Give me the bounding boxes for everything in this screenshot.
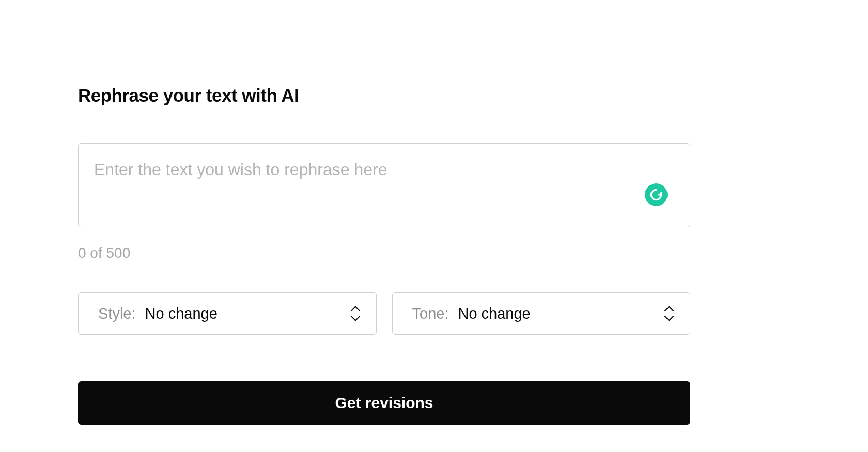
selects-row: Style: No change Tone: No change xyxy=(78,292,690,335)
get-revisions-button[interactable]: Get revisions xyxy=(78,381,690,425)
grammarly-icon[interactable] xyxy=(645,183,668,206)
tone-select[interactable]: Tone: No change xyxy=(392,292,691,335)
tone-select-label: Tone: xyxy=(412,305,449,322)
style-select-label: Style: xyxy=(98,305,136,322)
textarea-wrapper xyxy=(78,143,690,229)
style-select-value: No change xyxy=(145,305,350,322)
style-select[interactable]: Style: No change xyxy=(78,292,377,335)
character-counter: 0 of 500 xyxy=(78,245,690,261)
tone-select-value: No change xyxy=(458,305,664,322)
chevron-updown-icon xyxy=(350,306,361,321)
rephrase-text-input[interactable] xyxy=(78,143,690,227)
page-heading: Rephrase your text with AI xyxy=(78,85,690,106)
chevron-updown-icon xyxy=(664,306,674,321)
